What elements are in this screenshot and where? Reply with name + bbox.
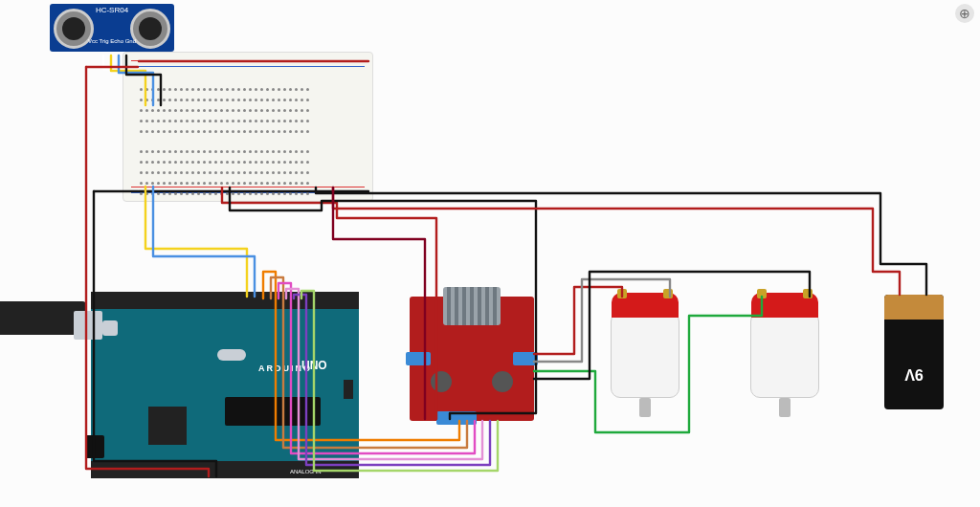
arduino-atmega328 [225,397,321,426]
arduino-uno[interactable]: ARDUINO UNO ANALOG IN [91,292,359,478]
breadboard-row[interactable] [138,150,358,156]
zoom-icon[interactable]: ⊕ [955,4,974,23]
breadboard-row[interactable] [138,99,358,104]
motor-endcap [612,293,679,318]
motor-endcap [751,293,818,318]
sensor-transducer-right [130,9,170,49]
wire-trig-to-d7[interactable] [145,187,247,297]
breadboard-row[interactable] [138,109,358,115]
sensor-pins: Vcc Trig Echo Gnd [88,38,136,44]
battery-label: 9V [884,365,944,383]
wire-bat-neg[interactable] [316,187,926,295]
arduino-digital-headers[interactable] [91,292,359,309]
breadboard[interactable] [122,52,373,202]
l298n-terminal-motor-a[interactable] [406,352,431,365]
wire-bat-pos[interactable] [333,187,900,295]
dc-motor-1[interactable] [601,293,689,417]
wire-echo-to-d6[interactable] [153,187,255,297]
l298n-capacitor [431,371,452,392]
battery-terminals [884,295,944,320]
battery-9v[interactable]: 9V [884,295,944,409]
fritzing-canvas[interactable]: ⊕ HC-SR04 Vcc Trig Echo Gnd ARDUINO UNO … [0,0,980,507]
motor-body [750,312,819,398]
arduino-usb-port[interactable] [74,311,102,340]
breadboard-rail-neg-top [131,66,365,67]
motor-body [611,312,679,398]
l298n-capacitor [492,371,513,392]
ultrasonic-sensor[interactable]: HC-SR04 Vcc Trig Echo Gnd [50,4,174,52]
breadboard-row[interactable] [138,161,358,166]
dc-motor-2[interactable] [741,293,829,417]
breadboard-row[interactable] [138,171,358,177]
arduino-power-jack[interactable] [85,435,104,458]
motor-shaft [639,398,651,417]
breadboard-rail-pos-top [131,60,365,61]
breadboard-row[interactable] [138,140,358,145]
arduino-reset-button[interactable] [102,320,118,336]
arduino-icsp-header [344,380,353,399]
motor-shaft [779,398,791,417]
arduino-analog-label: ANALOG IN [290,469,322,474]
breadboard-row[interactable] [138,77,358,83]
sensor-label: HC-SR04 [96,6,128,14]
arduino-model: UNO [301,359,327,372]
l298n-terminal-motor-b[interactable] [513,352,538,365]
breadboard-row[interactable] [138,88,358,94]
l298n-motor-driver[interactable] [410,297,534,421]
breadboard-row[interactable] [138,120,358,125]
l298n-heatsink [443,287,501,325]
breadboard-row[interactable] [138,182,358,187]
arduino-atmega16u2 [148,407,187,445]
l298n-terminal-power[interactable] [436,411,477,425]
arduino-crystal [217,349,246,361]
